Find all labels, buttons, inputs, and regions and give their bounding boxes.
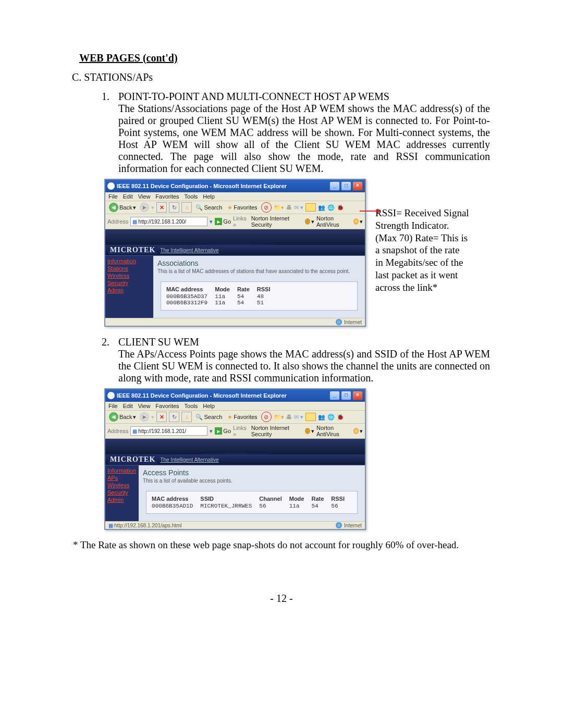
norton-antivirus-button[interactable]: Norton AntiVirus ▾ [316,425,363,437]
yellow-box-icon[interactable] [305,413,316,421]
refresh-button[interactable]: ↻ [169,202,179,213]
header-banner [105,229,365,245]
main-pane: Associations This is a list of MAC addre… [153,256,365,318]
search-button[interactable]: 🔍Search [194,204,224,212]
mail-icon[interactable]: ✉ ▾ [294,204,303,211]
minimize-button[interactable]: _ [329,391,340,400]
close-button[interactable]: × [352,391,363,400]
mail-icon[interactable]: ✉ ▾ [294,414,303,421]
home-button[interactable]: ⌂ [181,412,192,422]
blocked-icon[interactable]: ⊘ [261,412,272,422]
globe-icon[interactable]: 🌐 [327,414,335,421]
sidebar-item-wireless[interactable]: Wireless [107,273,151,279]
address-input[interactable]: ▦http://192.168.1.200/ [130,217,207,226]
back-arrow-icon: ◄ [109,203,118,212]
back-button[interactable]: ◄Back ▾ [107,202,138,213]
maximize-button[interactable]: □ [341,391,351,400]
th-mac: MAC address [166,286,215,293]
links-label[interactable]: Links » [233,215,249,228]
print-icon[interactable]: 🖶 [286,204,292,211]
menu-edit[interactable]: Edit [123,403,133,409]
menu-tools[interactable]: Tools [185,403,198,409]
go-button[interactable]: ►Go [215,218,231,225]
minimize-button[interactable]: _ [329,181,340,191]
close-button[interactable]: × [352,181,363,191]
forward-button[interactable]: ► [140,412,149,422]
folder-icon[interactable]: 📁▾ [274,204,284,211]
menu-help[interactable]: Help [203,403,215,409]
menubar: File Edit View Favorites Tools Help [105,402,365,411]
go-arrow-icon: ► [215,427,222,435]
refresh-button[interactable]: ↻ [169,412,179,422]
menu-favorites[interactable]: Favorites [155,193,179,200]
th-channel: Channel [259,496,289,503]
th-mode: Mode [215,286,237,293]
sidebar-item-aps[interactable]: APs [107,475,137,481]
item-number: 1. [102,91,118,175]
search-button[interactable]: 🔍Search [194,413,224,421]
blocked-icon[interactable]: ⊘ [261,202,272,213]
home-button[interactable]: ⌂ [181,202,192,213]
star-icon: ★ [227,414,232,421]
document-page: WEB PAGES (cont'd) C. STATIONS/APs 1. PO… [0,0,563,625]
sidebar-item-security[interactable]: Security [107,280,151,286]
maximize-button[interactable]: □ [341,181,351,191]
menu-favorites[interactable]: Favorites [155,403,179,409]
sidebar-item-admin[interactable]: Admin [107,287,151,293]
toolbar: ◄Back ▾ ► ▾ ✕ ↻ ⌂ 🔍Search ★Favorites ⊘ 📁… [105,201,365,214]
content-area: Information APs Wireless Security Admin … [105,465,365,521]
menu-help[interactable]: Help [203,193,215,200]
item-text: The APs/Access Points page shows the MAC… [118,348,490,384]
sidebar-item-wireless[interactable]: Wireless [107,482,137,488]
links-label[interactable]: Links » [233,425,249,437]
item-body: CLIENT SU WEM The APs/Access Points page… [118,336,490,384]
people-icon[interactable]: 👥 [318,204,325,211]
item-title: CLIENT SU WEM [118,336,199,348]
favorites-button[interactable]: ★Favorites [226,204,259,212]
sidebar-item-information[interactable]: Information [107,467,137,474]
yellow-box-icon[interactable] [305,203,316,212]
back-button[interactable]: ◄Back ▾ [107,412,138,422]
norton-antivirus-button[interactable]: Norton AntiVirus ▾ [316,215,363,228]
menu-edit[interactable]: Edit [123,193,133,200]
menu-view[interactable]: View [138,403,151,409]
sidebar-item-stations[interactable]: Stations [107,265,151,272]
bug-icon[interactable]: 🐞 [337,204,344,211]
app-icon [107,392,115,399]
menu-view[interactable]: View [138,193,151,200]
norton-security-button[interactable]: Norton Internet Security ▾ [251,215,314,228]
internet-zone-icon [336,319,342,325]
address-label: Address [107,428,128,434]
window-title: IEEE 802.11 Device Configuration - Micro… [117,183,329,189]
menubar: File Edit View Favorites Tools Help [105,192,365,201]
globe-icon[interactable]: 🌐 [327,204,335,211]
menu-tools[interactable]: Tools [185,193,198,200]
menu-file[interactable]: File [108,193,118,200]
internet-zone-icon [336,522,342,528]
nav-globe-icon [353,218,359,225]
forward-button[interactable]: ► [140,203,149,212]
nav-globe-icon [353,428,359,434]
stop-button[interactable]: ✕ [156,202,167,213]
data-box: MAC address SSID Channel Mode Rate RSSI … [146,491,358,514]
nis-globe-icon [305,218,310,225]
th-mac: MAC address [152,496,200,503]
favorites-button[interactable]: ★Favorites [226,413,259,421]
sidebar-item-information[interactable]: Information [107,258,151,264]
folder-icon[interactable]: 📁▾ [274,414,284,421]
sidebar-item-security[interactable]: Security [107,489,137,496]
go-button[interactable]: ►Go [215,427,231,435]
menu-file[interactable]: File [108,403,118,409]
people-icon[interactable]: 👥 [318,414,325,421]
norton-security-button[interactable]: Norton Internet Security ▾ [251,425,314,437]
bug-icon[interactable]: 🐞 [337,414,344,421]
access-points-table: MAC address SSID Channel Mode Rate RSSI … [152,496,352,509]
search-icon: 🔍 [195,204,203,211]
sidebar-item-admin[interactable]: Admin [107,497,137,503]
stop-button[interactable]: ✕ [156,412,167,422]
status-right: Internet [336,319,362,325]
section-c-label: C. STATIONS/APs [72,71,490,83]
print-icon[interactable]: 🖶 [286,414,292,420]
table-row: 000B6B35AD1D MICROTEK_JRRWES 56 11a 54 5… [152,503,352,509]
address-input[interactable]: ▦http://192.168.1.201/ [130,426,207,436]
